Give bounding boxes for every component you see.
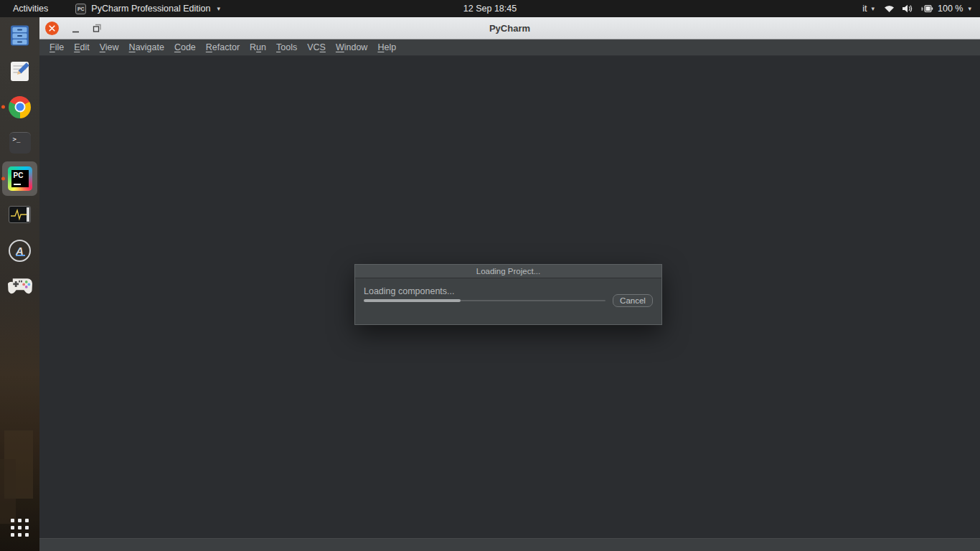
chevron-down-icon: ▾: [968, 5, 971, 12]
chrome-icon: [9, 96, 31, 118]
menu-window[interactable]: Window: [331, 42, 372, 52]
minimize-icon: [72, 25, 80, 33]
battery-indicator: 100 % ▾: [920, 4, 971, 14]
pycharm-app-icon: PC: [75, 4, 86, 14]
menu-file[interactable]: File: [44, 42, 69, 52]
app-menu-label: PyCharm Professional Edition: [91, 4, 210, 14]
window-controls: [45, 22, 102, 35]
chevron-down-icon: ▾: [217, 5, 220, 12]
gamepad-icon: [7, 277, 33, 296]
status-bar: [39, 538, 980, 551]
dock-item-pycharm[interactable]: PC: [0, 161, 39, 197]
menu-help[interactable]: Help: [372, 42, 401, 52]
dock-item-gamepad[interactable]: [0, 268, 39, 304]
clock[interactable]: 12 Sep 18:45: [463, 4, 517, 14]
minimize-button[interactable]: [71, 24, 80, 33]
menu-view[interactable]: View: [95, 42, 124, 52]
system-status-area[interactable]: 100 % ▾: [884, 4, 971, 14]
close-button[interactable]: [45, 22, 59, 35]
gnome-top-bar: Activities PC PyCharm Professional Editi…: [0, 0, 980, 17]
menu-run[interactable]: Run: [245, 42, 271, 52]
dock-item-terminal[interactable]: >_: [0, 125, 39, 161]
wifi-icon: [884, 4, 895, 13]
dock-items: >_PC A: [0, 17, 39, 304]
window-title-bar[interactable]: PyCharm: [39, 17, 980, 39]
menu-tools[interactable]: Tools: [271, 42, 302, 52]
keyboard-layout-indicator[interactable]: it ▾: [862, 4, 875, 14]
progress-bar: [364, 299, 606, 302]
close-icon: [49, 25, 55, 32]
menu-edit[interactable]: Edit: [69, 42, 95, 52]
dock-item-system-monitor[interactable]: [0, 197, 39, 232]
menu-code[interactable]: Code: [169, 42, 201, 52]
menu-bar: FileEditViewNavigateCodeRefactorRunTools…: [39, 39, 980, 56]
files-icon: [9, 24, 31, 47]
menu-vcs[interactable]: VCS: [302, 42, 331, 52]
show-applications-button[interactable]: [0, 507, 39, 548]
circle-a-app-icon: A: [9, 240, 31, 262]
keyboard-layout-label: it: [862, 4, 867, 14]
maximize-button[interactable]: [93, 24, 102, 33]
battery-percent-label: 100 %: [938, 4, 963, 14]
app-menu-button[interactable]: PC PyCharm Professional Edition ▾: [75, 4, 220, 14]
text-editor-icon: [9, 60, 31, 83]
running-indicator-dot: [1, 105, 5, 109]
dock-item-text-editor[interactable]: [0, 53, 39, 89]
top-bar-left: Activities PC PyCharm Professional Editi…: [10, 4, 220, 14]
chevron-down-icon: ▾: [871, 5, 875, 12]
battery-icon: [920, 4, 934, 13]
top-bar-right: it ▾ 100 % ▾: [862, 4, 971, 14]
system-monitor-icon: [9, 206, 31, 223]
loading-project-dialog: Loading Project... Loading components...…: [354, 264, 662, 325]
activities-button[interactable]: Activities: [10, 4, 51, 14]
dialog-title: Loading Project...: [355, 265, 661, 278]
terminal-icon: >_: [9, 132, 31, 154]
window-title: PyCharm: [39, 23, 980, 34]
menu-navigate[interactable]: Navigate: [124, 42, 169, 52]
volume-icon: [902, 4, 913, 13]
progress-fill: [364, 299, 461, 302]
dock-item-chrome[interactable]: [0, 89, 39, 125]
ubuntu-dock: >_PC A: [0, 17, 39, 551]
menu-refactor[interactable]: Refactor: [201, 42, 245, 52]
pycharm-icon: PC: [8, 166, 32, 191]
dock-item-files[interactable]: [0, 17, 39, 53]
restore-icon: [93, 24, 102, 33]
dialog-message: Loading components...: [364, 286, 454, 296]
show-applications-icon: [11, 519, 29, 537]
cancel-button[interactable]: Cancel: [613, 294, 653, 307]
dock-item-circle-a-app[interactable]: A: [0, 232, 39, 268]
running-indicator-dot: [1, 177, 5, 181]
